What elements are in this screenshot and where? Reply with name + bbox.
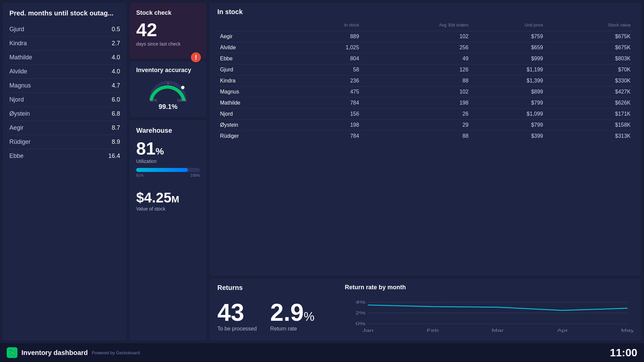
inv-accuracy-panel: Inventory accuracy 90% 100% 99.1% [129,61,207,117]
svg-text:May: May [621,328,633,333]
util-pct: % [156,146,164,157]
svg-text:Jan: Jan [362,328,373,333]
in-stock-row: Aegir889102$759$675K [217,31,633,42]
pred-row: Rüdiger8.9 [9,135,120,149]
warehouse-title: Warehouse [136,127,200,134]
pred-row: Magnus4.7 [9,79,120,93]
progress-bar [136,168,200,172]
pred-title: Pred. months until stock outag... [9,9,120,17]
in-stock-row: Rüdiger78488$399$313K [217,131,633,142]
pred-row: Gjurd0.5 [9,22,120,37]
pred-row-name: Aegir [9,124,23,131]
pred-row: Alvilde4.0 [9,65,120,79]
progress-bar-fill [136,168,188,172]
progress-min: 81% [136,173,144,177]
in-stock-row: Kindra23688$1,399$330K [217,75,633,86]
in-stock-row: Ebbe80449$999$803K [217,53,633,64]
stock-check-panel: Stock check 42 days since last check ! [129,3,207,59]
pred-row-name: Alvilde [9,68,27,75]
pred-row-name: Njord [9,96,24,103]
pred-row: Kindra2.7 [9,37,120,51]
chart-area: 0%2%4%JanFebMarAprMay [345,294,633,335]
pred-row-val: 4.0 [112,68,120,75]
in-stock-title: In stock [217,8,633,16]
in-stock-row: Njord15626$1,099$171K [217,109,633,120]
pred-row-name: Rüdiger [9,138,31,145]
pred-row: Ebbe16.4 [9,149,120,163]
svg-text:2%: 2% [356,311,366,315]
returns-chart: Return rate by month 0%2%4%JanFebMarAprM… [345,284,633,335]
util-label: Utilization [136,159,200,164]
returns-rate-num: 2.9 [270,300,304,324]
pred-row-name: Ebbe [9,153,23,160]
gauge-svg [148,79,188,101]
pred-row: Njord6.0 [9,93,120,107]
progress-labels: 81% 100% [136,173,200,177]
svg-text:0%: 0% [356,321,366,326]
returns-left: Returns 43 To be processed 2.9 % Return … [217,284,345,335]
svg-point-0 [181,86,184,89]
returns-panel: Returns 43 To be processed 2.9 % Return … [209,279,641,341]
returns-chart-title: Return rate by month [345,284,633,291]
in-stock-row: Magnus475102$899$427K [217,86,633,98]
pred-row: Aegir8.7 [9,121,120,135]
pred-row-name: Mathilde [9,54,32,61]
pred-panel: Pred. months until stock outag... Gjurd0… [3,3,127,341]
in-stock-col-header: In stock [298,21,362,31]
pred-row-name: Magnus [9,82,31,89]
pred-row-val: 8.9 [112,138,120,145]
stock-check-label: days since last check [136,41,200,47]
in-stock-col-header: Stock value [546,21,633,31]
svg-text:Apr: Apr [557,328,568,333]
in-stock-row: Gjurd58126$1,199$70K [217,64,633,75]
svg-text:Mar: Mar [492,328,504,333]
warehouse-panel: Warehouse 81 % Utilization 81% 100% $4.2… [129,120,207,341]
returns-processed-num: 43 [217,300,257,324]
svg-text:4%: 4% [356,300,366,305]
stock-check-title: Stock check [136,9,200,16]
returns-processed-block: 43 To be processed [217,297,257,332]
pred-row: Øystein6.8 [9,107,120,121]
returns-rate-label: Return rate [270,326,314,332]
svg-text:Feb: Feb [427,328,439,333]
pred-row-val: 0.5 [112,26,120,33]
pred-row-name: Gjurd [9,26,24,33]
alert-badge: ! [190,51,202,63]
returns-processed-label: To be processed [217,326,257,332]
pred-row-val: 4.0 [112,54,120,61]
stock-value-m: M [171,194,179,205]
pred-row-val: 2.7 [112,40,120,47]
footer-time: 11:00 [610,347,637,359]
gauge-value: 99.1% [159,103,178,111]
pred-row-val: 6.0 [112,96,120,103]
inv-accuracy-title: Inventory accuracy [136,67,200,74]
pred-row-val: 8.7 [112,124,120,131]
pred-row: Mathilde4.0 [9,51,120,65]
in-stock-col-header: Unit price [471,21,546,31]
stock-check-number: 42 [136,20,200,39]
gauge-min-label: 90% [150,98,157,102]
in-stock-col-header: Avg 30d orders [362,21,471,31]
pred-row-name: Kindra [9,40,27,47]
footer-left: 🦎 Inventory dashboard Powered by Geckobo… [7,347,140,358]
in-stock-row: Mathilde784198$799$626K [217,98,633,109]
gecko-logo: 🦎 [7,347,17,358]
footer: 🦎 Inventory dashboard Powered by Geckobo… [0,343,644,362]
gauge-max-label: 100% [177,98,186,102]
returns-rate-pct: % [304,310,315,324]
footer-app-title: Inventory dashboard [21,349,88,357]
progress-max: 100% [191,173,200,177]
in-stock-row: Alvilde1,025256$659$675K [217,42,633,53]
gauge-container: 90% 100% 99.1% [136,79,200,111]
pred-row-val: 6.8 [112,110,120,117]
pred-row-name: Øystein [9,110,30,117]
pred-row-val: 16.4 [108,153,120,160]
stock-value-label: Value of stock [136,206,200,212]
footer-powered: Powered by Geckoboard [92,350,140,355]
util-number: 81 [136,140,156,157]
in-stock-row: Øystein19829$799$158K [217,120,633,131]
returns-title: Returns [217,284,345,292]
in-stock-table: In stockAvg 30d ordersUnit priceStock va… [217,21,633,141]
in-stock-panel: In stock In stockAvg 30d ordersUnit pric… [209,3,641,276]
stock-value-number: $4.25 [136,191,171,205]
